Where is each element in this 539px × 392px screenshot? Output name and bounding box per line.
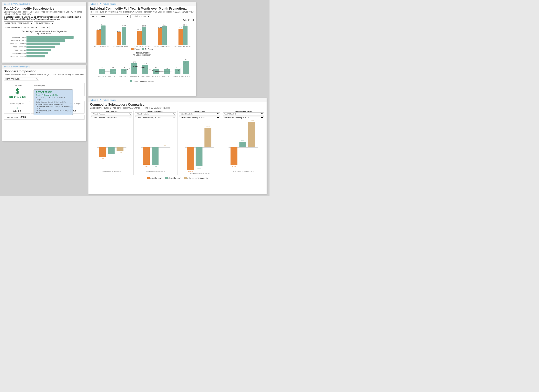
panel2-header: Index > IFPA Produce Insights xyxy=(2,65,86,69)
col-grapefruit: FRESH GRAPEFRUIT Total All Products Late… xyxy=(134,111,178,175)
svg-rect-50 xyxy=(204,128,211,147)
panel4-subtitle: Sales Dollars, Pounds & Price per Pound … xyxy=(90,107,265,109)
house-1x-icon: ⌂ xyxy=(5,105,29,110)
tooltip-line3: The two drivers impacting buy rate are: xyxy=(36,104,70,105)
svg-text:9.2%: 9.2% xyxy=(206,125,209,127)
nopromo-label: No Promo xyxy=(145,48,153,50)
svg-rect-48 xyxy=(196,147,202,166)
col2-chart: -8.3% -8.5% 0.2% Latest 4 Week Pd Ending… xyxy=(135,120,176,175)
col2-filter1[interactable]: Total All Products xyxy=(135,113,176,115)
current-label: Current xyxy=(133,80,138,82)
tooltip-line5: - Purchase Size of $8.77 Dollars per Tri… xyxy=(36,109,70,113)
price-group-4: $1.98 $2.11 CY 2022 Ending 01-01-23 xyxy=(154,24,170,47)
change-ya-legend: Change vs YA xyxy=(140,80,154,82)
col3-name: FRESH LIMES xyxy=(179,111,220,113)
filter-period[interactable]: Latest 26 Week Pd Ending 05-21-23 xyxy=(4,26,38,29)
bar-label-6: FRESH PEPPERS xyxy=(8,52,26,54)
bar-row-6: FRESH PEPPERS xyxy=(8,52,85,54)
bar-fill-5 xyxy=(26,49,51,51)
svg-rect-5 xyxy=(131,63,137,74)
dollar-sales-label: Dollar Sales xyxy=(5,85,30,86)
col1-filter2[interactable]: Latest 4 Week Pd Ending 05-21-23 xyxy=(91,116,132,119)
panel3-legend: Promo No Promo xyxy=(90,47,194,51)
panel3-subtitle: Price Per Pound on Promotion & Non-Promo… xyxy=(90,11,194,13)
change-ya-swatch xyxy=(140,81,144,81)
filter-aisle[interactable]: AISLE-FRESH VEGETABLES xyxy=(4,21,33,25)
dollars-buyer-value: $663 xyxy=(21,116,26,118)
filter-metric[interactable]: Dollar xyxy=(39,26,49,29)
col4-filter1[interactable]: Total All Products xyxy=(223,113,264,115)
svg-text:7.9: 7.9 xyxy=(101,66,103,68)
svg-rect-54 xyxy=(231,147,237,165)
dollar-value: $84.2B / 2.6% xyxy=(5,95,30,99)
bar-fill-6 xyxy=(26,52,48,54)
line-chart-svg: 7.9 7.4 7.9 27.7 21.3 7.4 6.9 8.1 18.5 4… xyxy=(90,57,194,80)
panel1-breadcrumb: Index > IFPA Produce Insights xyxy=(4,3,30,5)
panel-top10: Index > IFPA Produce Insights Top 10 Com… xyxy=(2,2,86,63)
svg-text:4WE 05-21-23: 4WE 05-21-23 xyxy=(181,76,190,77)
hhs-1x-label: % HHs Buying 1x xyxy=(5,103,29,104)
line-chart-subtitle: % Lbs on Promotion xyxy=(90,54,194,56)
panel1-highlight: In Latest 26 Week Pd Ending 05-21-23 Con… xyxy=(4,16,85,20)
svg-text:Latest 4 Week Pd Ending 05-21-: Latest 4 Week Pd Ending 05-21-23 xyxy=(145,171,166,172)
svg-text:Latest 4 Week Pd Ending 05-21-: Latest 4 Week Pd Ending 05-21-23 xyxy=(101,171,122,172)
svg-text:-8.4%: -8.4% xyxy=(232,165,236,167)
col1-filter1[interactable]: Total All Products xyxy=(91,113,132,115)
legend-dollar: $ % Chg vs YA xyxy=(147,177,162,179)
svg-text:7.4: 7.4 xyxy=(112,67,114,69)
svg-text:0.2%: 0.2% xyxy=(162,145,166,146)
svg-rect-30 xyxy=(99,147,106,157)
legend-price: Price per Lb % Chg vs YA xyxy=(184,177,208,179)
col3-filter2[interactable]: Latest 4 Week Pd Ending 05-21-23 xyxy=(179,116,220,119)
tooltip-title: DEPT-PRODUCE xyxy=(36,91,70,93)
col4-filter2[interactable]: Latest 4 Week Pd Ending 05-21-23 xyxy=(223,116,264,119)
svg-rect-10 xyxy=(183,61,189,74)
panel4-header: Index > IFPA Produce Insights xyxy=(88,98,267,102)
svg-text:4WE 03-26-23: 4WE 03-26-23 xyxy=(162,76,171,77)
panel1-title: Top 10 Commodity Subcategories xyxy=(4,7,85,10)
svg-text:-3.1%: -3.1% xyxy=(109,155,113,157)
bar-row-7: FRESH CUCUMBERS xyxy=(8,55,85,57)
svg-text:Latest 4 Week Pd Ending 05-21-: Latest 4 Week Pd Ending 05-21-23 xyxy=(233,171,254,172)
col3-chart: -16.8% -9.2% 9.2% Latest 4 Week Pd Endin… xyxy=(179,120,220,175)
col1-name: ESH LEMONS xyxy=(91,111,132,113)
bar-fill-3 xyxy=(26,43,60,45)
bar-row-2: FRESH TOMATOES xyxy=(8,39,85,42)
hhs-1x-box: % HHs Buying 1x ⌂ 0.9 / 0.0 xyxy=(4,101,30,114)
panel4-columns-container: ESH LEMONS Total All Products Latest 4 W… xyxy=(88,110,267,176)
dollar-legend-label: $ % Chg vs YA xyxy=(150,177,162,179)
panel2-dept-select[interactable]: DEPT-PRODUCE xyxy=(4,77,39,81)
line-chart-title: Fresh Lemons xyxy=(90,52,194,54)
svg-text:2.6%: 2.6% xyxy=(241,140,245,141)
legend-promo: Promo xyxy=(131,48,140,50)
svg-rect-9 xyxy=(175,69,180,74)
svg-rect-40 xyxy=(152,147,159,165)
col3-filter1[interactable]: Total All Products xyxy=(179,113,220,115)
svg-text:-16.8%: -16.8% xyxy=(188,170,192,172)
bar-label-3: FRESH SALADS-KITS xyxy=(8,43,26,45)
panel3-breadcrumb: Index > IFPA Produce Insights xyxy=(90,3,116,5)
line-legend: Current Change vs YA xyxy=(90,80,194,82)
svg-text:4WE 12-04-22: 4WE 12-04-22 xyxy=(119,76,128,77)
dollar-sales-box: Dollar Sales $ $84.2B / 2.6% xyxy=(4,83,31,100)
filter-conventional[interactable]: CONVENTIONAL xyxy=(34,21,54,25)
bar-row-4: FRESH LETTUCE xyxy=(8,46,85,48)
panel-individual: Index > IFPA Produce Insights Individual… xyxy=(88,2,196,96)
panel4-title: Commodity Subcategory Comparison xyxy=(90,103,265,106)
price-group-3: $1.78 $2.03 CY 2021 Ending 01-02-22 xyxy=(134,25,150,47)
panel3-commodity-select[interactable]: FRESH LEMONS xyxy=(90,14,129,18)
col4-name: FRESH MANDARINS xyxy=(223,111,264,113)
panel4-legend: $ % Chg vs YA Lb % Chg vs YA Price per L… xyxy=(88,176,267,180)
svg-text:6.9: 6.9 xyxy=(166,67,168,69)
svg-rect-56 xyxy=(240,142,246,147)
panel1-subtitle: Sales Dollars, Sales Pounds, Sales Units… xyxy=(4,11,85,15)
panel2-breadcrumb: Index > IFPA Produce Insights xyxy=(4,66,30,68)
bar-label-2: FRESH TOMATOES xyxy=(8,40,26,42)
svg-text:4WE 01-01-23: 4WE 01-01-23 xyxy=(130,76,139,77)
svg-rect-58 xyxy=(248,122,255,147)
panel3-products-select[interactable]: Total All Products xyxy=(130,14,150,18)
svg-text:8.1: 8.1 xyxy=(176,67,179,68)
col2-filter2[interactable]: Latest 4 Week Pd Ending 05-21-23 xyxy=(135,116,176,119)
svg-text:21.3: 21.3 xyxy=(144,63,147,65)
panel3-filters: FRESH LEMONS Total All Products xyxy=(88,14,196,19)
